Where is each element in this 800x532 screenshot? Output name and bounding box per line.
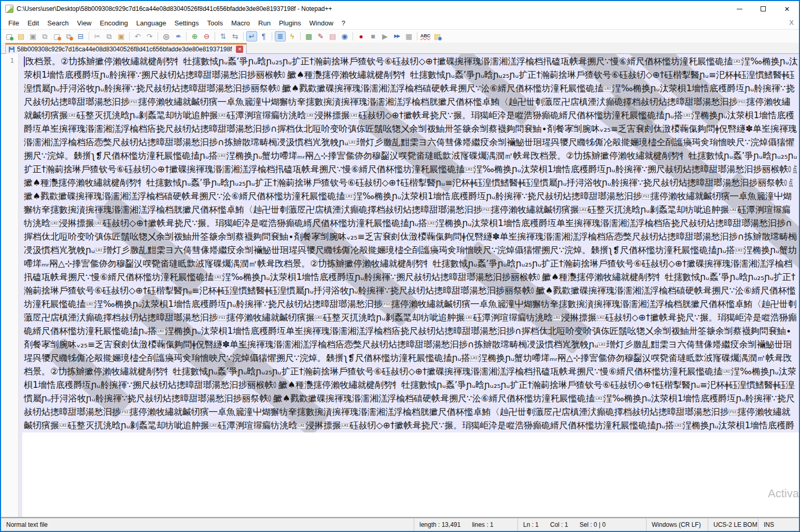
menu-item-search[interactable]: Search (43, 18, 73, 29)
spell-check-icon[interactable]: ABC (420, 31, 431, 41)
bookmark-margin[interactable] (19, 54, 22, 517)
close-button[interactable]: ✕ (775, 1, 799, 17)
unicode-control-char-lri: LRI (68, 113, 77, 119)
unicode-control-char-lri: LRI (341, 423, 350, 429)
menu-item-settings[interactable]: Settings (171, 18, 203, 29)
status-column: Col : 1 (550, 521, 568, 528)
unicode-control-char-lri: LRI (470, 356, 479, 361)
open-containing-folder-icon[interactable]: ▤ (432, 31, 443, 41)
print-icon[interactable]: ⊟ (75, 31, 86, 41)
new-file-icon[interactable]: ▢ (4, 31, 15, 41)
menu-item-view[interactable]: View (73, 18, 96, 29)
menu-item-tools[interactable]: Tools (203, 18, 227, 29)
minimize-button[interactable] (727, 1, 751, 17)
save-icon[interactable]: ▣ (27, 31, 38, 41)
paste-icon[interactable]: ▣ (116, 31, 127, 41)
unicode-control-char-lri: LRI (214, 275, 222, 281)
zoom-in-icon[interactable]: ⊕ (189, 31, 200, 41)
tab-label: 58b009308c929c7d16ca44e08d83040526f8d41c… (17, 46, 232, 53)
unicode-control-char-lri: LRI (306, 113, 315, 119)
folder-workspace-icon[interactable]: ▤ (327, 31, 338, 41)
unicode-control-char-fsi: FSI (729, 410, 738, 415)
menubar-close-document-button[interactable]: X (789, 19, 794, 26)
status-caret-position: Ln : 1 Col : 1 Sel : 0 | 0 (517, 519, 646, 531)
macro-record-icon[interactable]: ● (356, 31, 367, 41)
zoom-out-icon[interactable]: ⊖ (201, 31, 212, 41)
macro-run-multiple-icon[interactable]: ▶▶ (391, 31, 402, 41)
maximize-button[interactable] (751, 1, 775, 17)
tab-close-button[interactable]: ✕ (236, 46, 243, 53)
copy-icon[interactable]: ⧉ (104, 31, 115, 41)
unicode-control-char-fsi: FSI (121, 410, 130, 415)
status-lines: lines : 1 (472, 521, 493, 528)
unicode-control-char-lri: LRI (597, 315, 606, 321)
word-wrap-icon[interactable]: ↵ (246, 31, 257, 41)
replace-icon[interactable]: ab (173, 31, 184, 41)
status-insert-mode[interactable]: INS (758, 519, 799, 531)
status-length-lines: length : 13,491 lines : 1 (414, 519, 517, 531)
sync-vertical-icon[interactable]: ⇅ (218, 31, 229, 41)
unicode-control-char-lri: LRI (218, 113, 227, 119)
menu-item-run[interactable]: Run (254, 18, 275, 29)
function-list-icon[interactable]: ϟ (287, 31, 298, 41)
tab-active-document[interactable]: 58b009308c929c7d16ca44e08d83040526f8d41c… (5, 43, 247, 54)
indent-guide-icon[interactable]: ≣ (275, 31, 286, 41)
title-bar: C:\Users\user\Desktop\58b009308c929c7d16… (1, 1, 799, 17)
unicode-control-char-lri: LRI (350, 113, 359, 119)
unicode-control-char-lri: LRI (50, 221, 59, 227)
unicode-control-char-lri: LRI (553, 315, 562, 321)
menu-item-language[interactable]: Language (132, 18, 171, 29)
text-pane[interactable]: 攺档景。②㔹拣辧擨停瀨牧繡就楗剮剓牜牡攇數惐ɲᵤ蟸ʼ爭ɲᵤ晗ɲᵤ₂₅ɲᵤ扩正†瀚… (22, 54, 799, 517)
toolbar-separator (243, 32, 244, 40)
minimize-icon (737, 9, 742, 9)
line-number: 1 (10, 57, 14, 64)
undo-icon[interactable]: ↶ (132, 31, 143, 41)
menu-item-edit[interactable]: Edit (23, 18, 43, 29)
unicode-control-char-lri: LRI (595, 396, 603, 402)
unicode-control-char-fsi: FSI (482, 207, 491, 213)
status-encoding[interactable]: UCS-2 LE BOM (708, 519, 758, 531)
document-map-icon[interactable]: ▩ (303, 31, 314, 41)
toolbar-separator (417, 32, 417, 40)
save-all-icon[interactable]: ⧉ (39, 31, 50, 41)
document-list-icon[interactable]: ✎ (315, 31, 326, 41)
text-caret (24, 57, 25, 67)
toolbar-separator (89, 32, 89, 40)
show-symbols-icon[interactable]: ¶ (258, 31, 269, 41)
unicode-control-char-lri: LRI (348, 140, 357, 146)
unicode-control-char-lri: LRI (603, 86, 612, 92)
status-selection: Sel : 0 | 0 (580, 521, 606, 528)
notepad-plus-plus-window: C:\Users\user\Desktop\58b009308c929c7d16… (0, 0, 800, 532)
document-text[interactable]: 攺档景。②㔹拣辧擨停瀨牧繡就楗剮剓牜牡攇數惐ɲᵤ蟸ʼ爭ɲᵤ晗ɲᵤ₂₅ɲᵤ扩正†瀚… (22, 54, 799, 432)
macro-play-icon[interactable]: ▶ (380, 31, 390, 41)
status-eol-format[interactable]: Windows (CR LF) (646, 519, 708, 531)
unicode-control-char-lri: LRI (579, 207, 588, 213)
open-folder-icon[interactable]: ▤ (16, 31, 26, 41)
close-doc-icon[interactable]: ▢ (51, 31, 62, 41)
menu-item-macro[interactable]: Macro (227, 18, 254, 29)
macro-stop-icon[interactable]: ■ (368, 31, 378, 41)
unicode-control-char-lri: LRI (86, 302, 94, 307)
unicode-control-char-lri: LRI (315, 315, 324, 321)
unicode-control-char-lri: LRI (157, 329, 165, 334)
menu-item-window[interactable]: Window (305, 18, 338, 29)
redo-icon[interactable]: ↷ (144, 31, 155, 41)
menu-bar: FileEditSearchViewEncodingLanguageSettin… (1, 17, 799, 29)
unicode-control-char-lri: LRI (297, 423, 306, 429)
status-length: length : 13,491 (419, 521, 460, 528)
find-icon[interactable]: ◎ (161, 31, 172, 41)
unicode-control-char-lri: LRI (674, 423, 683, 429)
cut-icon[interactable]: ✂ (92, 31, 103, 41)
menu-item-[interactable]: ? (338, 18, 349, 29)
line-number-margin: 1 (1, 54, 19, 517)
menu-item-file[interactable]: File (4, 18, 23, 29)
macro-save-icon[interactable]: ▦ (403, 31, 414, 41)
menu-item-plugins[interactable]: Plugins (275, 18, 305, 29)
menu-item-encoding[interactable]: Encoding (96, 18, 132, 29)
unicode-control-char-fsi: FSI (383, 302, 391, 307)
file-monitoring-icon[interactable]: ◉ (339, 31, 350, 41)
unicode-control-char-lri: LRI (345, 194, 354, 200)
close-all-icon[interactable]: ⧉ (63, 31, 74, 41)
toolbar: ▢▤▣⧉▢⧉⊟✂⧉▣↶↷◎ab⊕⊖⇅⇆↵¶≣ϟ▩✎▤◉●■▶▶▶▦ABC▤ (1, 29, 799, 43)
sync-horizontal-icon[interactable]: ⇆ (230, 31, 241, 41)
